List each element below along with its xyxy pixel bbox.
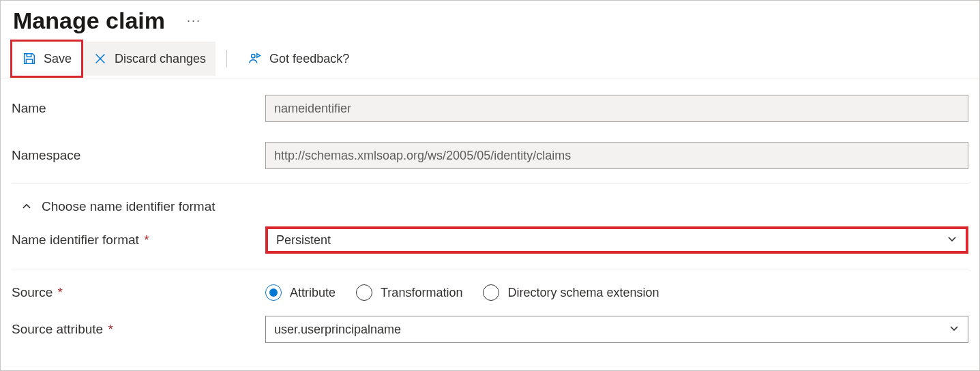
row-source: Source * Attribute Transformation Direct… [12,269,968,308]
save-icon [22,51,37,66]
svg-point-0 [252,55,256,59]
radio-icon [356,284,372,301]
page-title: Manage claim [13,8,165,34]
chevron-up-icon [21,201,32,212]
namespace-input [265,142,968,169]
radio-directory[interactable]: Directory schema extension [483,284,659,301]
name-id-format-select[interactable]: Persistent [265,226,968,254]
source-attribute-value: user.userprincipalname [274,323,401,337]
radio-label: Transformation [381,286,462,300]
chevron-down-icon [949,323,960,337]
source-radio-group: Attribute Transformation Directory schem… [265,284,659,301]
discard-button[interactable]: Discard changes [83,42,216,76]
radio-label: Directory schema extension [507,286,659,300]
name-id-format-label: Name identifier format * [12,233,265,248]
feedback-button[interactable]: Got feedback? [238,42,359,76]
name-label: Name [12,101,265,116]
save-label: Save [44,52,72,66]
toolbar: Save Discard changes Got feedback? [1,40,979,78]
radio-label: Attribute [290,286,336,300]
discard-label: Discard changes [115,52,206,66]
radio-transformation[interactable]: Transformation [356,284,462,301]
radio-icon [265,284,282,301]
feedback-label: Got feedback? [269,52,349,66]
more-actions-button[interactable]: ··· [187,14,201,28]
row-name: Name [12,85,968,132]
close-icon [93,51,108,66]
required-asterisk: * [140,233,149,247]
namespace-label: Namespace [12,148,265,163]
expander-label: Choose name identifier format [42,199,216,214]
chevron-down-icon [947,233,957,248]
source-label: Source * [12,285,265,300]
source-attribute-label: Source attribute * [12,322,265,337]
radio-icon [483,284,499,301]
expander-name-id-format[interactable]: Choose name identifier format [12,184,968,226]
toolbar-separator [226,50,227,68]
source-attribute-select[interactable]: user.userprincipalname [265,316,968,343]
save-button[interactable]: Save [10,40,83,78]
row-namespace: Namespace [12,132,968,179]
row-source-attribute: Source attribute * user.userprincipalnam… [12,308,968,343]
required-asterisk: * [54,285,63,299]
row-name-id-format: Name identifier format * Persistent [12,226,968,269]
name-id-format-value: Persistent [276,233,331,248]
radio-attribute[interactable]: Attribute [265,284,336,301]
required-asterisk: * [104,322,113,336]
feedback-icon [248,51,263,66]
name-input [265,95,968,122]
